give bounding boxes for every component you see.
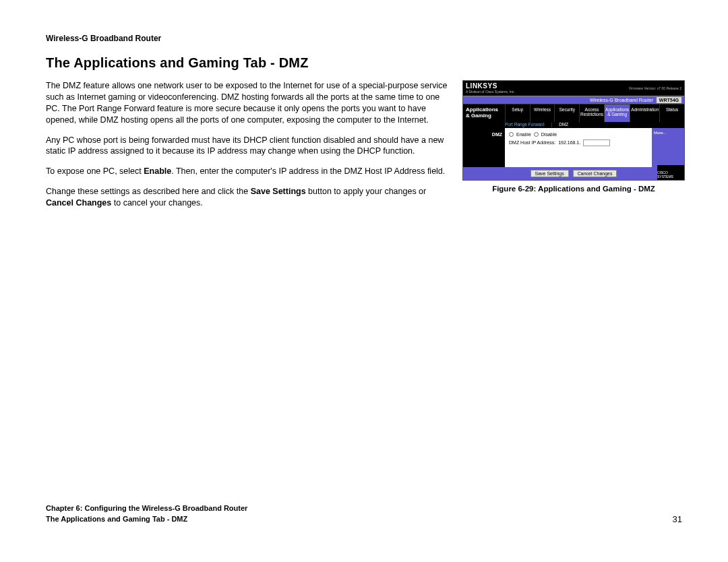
p4-bold-cancel: Cancel Changes xyxy=(46,198,111,208)
product-header: Wireless-G Broadband Router xyxy=(46,34,682,43)
footer-left: Chapter 6: Configuring the Wireless-G Br… xyxy=(46,503,247,524)
p4-bold-save: Save Settings xyxy=(251,187,306,196)
more-link[interactable]: More... xyxy=(654,131,667,135)
paragraph-3: To expose one PC, select Enable. Then, e… xyxy=(46,166,450,177)
button-row: Save Settings Cancel Changes xyxy=(463,167,684,180)
cisco-badge: CISCO SYSTEMS xyxy=(657,165,684,180)
linksys-logo: LINKSYS xyxy=(466,83,515,90)
document-page: Wireless-G Broadband Router The Applicat… xyxy=(0,0,728,562)
body-side-label: DMZ xyxy=(463,128,505,167)
cancel-changes-button[interactable]: Cancel Changes xyxy=(573,170,617,177)
save-settings-button[interactable]: Save Settings xyxy=(530,170,569,177)
footer-section: The Applications and Gaming Tab - DMZ xyxy=(46,514,247,524)
tab-status[interactable]: Status xyxy=(659,104,684,122)
paragraph-1: The DMZ feature allows one network user … xyxy=(46,80,450,126)
radio-disable[interactable] xyxy=(534,132,539,137)
tab-wireless[interactable]: Wireless xyxy=(530,104,555,122)
enable-disable-row: Enable Disable xyxy=(509,132,648,137)
p4-part-e: to cancel your changes. xyxy=(111,198,203,208)
tab-access-restrictions[interactable]: Access Restrictions xyxy=(579,104,604,122)
p3-bold-enable: Enable xyxy=(144,166,171,176)
p3-part-c: . Then, enter the computer's IP address … xyxy=(171,166,445,176)
tab-bar: Applications & Gaming Setup Wireless Sec… xyxy=(463,104,684,122)
footer-chapter: Chapter 6: Configuring the Wireless-G Br… xyxy=(46,503,247,513)
content-row: The DMZ feature allows one network user … xyxy=(46,80,682,218)
dmz-host-row: DMZ Host IP Address: 192.168.1. xyxy=(509,139,648,146)
dmz-host-input[interactable] xyxy=(583,139,610,146)
model-title: Wireless-G Broadband Router xyxy=(590,98,653,102)
paragraph-4: Change these settings as described here … xyxy=(46,186,450,209)
tab-sidelabel: Applications & Gaming xyxy=(463,104,505,122)
page-footer: Chapter 6: Configuring the Wireless-G Br… xyxy=(46,503,682,524)
p4-part-a: Change these settings as described here … xyxy=(46,187,251,196)
p4-part-c: button to apply your changes or xyxy=(306,187,427,196)
tab-security[interactable]: Security xyxy=(554,104,579,122)
router-body: DMZ Enable Disable DMZ Host IP Address: … xyxy=(463,128,684,167)
figure-column: LINKSYS A Division of Cisco Systems, Inc… xyxy=(462,80,685,218)
figure-caption: Figure 6-29: Applications and Gaming - D… xyxy=(462,185,685,193)
section-title: The Applications and Gaming Tab - DMZ xyxy=(46,55,682,71)
text-column: The DMZ feature allows one network user … xyxy=(46,80,450,218)
firmware-label: Firmware Version: v7.00 Release 2 xyxy=(629,86,681,90)
body-main: Enable Disable DMZ Host IP Address: 192.… xyxy=(505,128,652,167)
label-disable: Disable xyxy=(541,132,557,137)
tabs: Setup Wireless Security Access Restricti… xyxy=(505,104,684,122)
router-topbar: LINKSYS A Division of Cisco Systems, Inc… xyxy=(463,81,684,96)
linksys-sublogo: A Division of Cisco Systems, Inc. xyxy=(466,90,515,94)
tab-setup[interactable]: Setup xyxy=(505,104,530,122)
radio-enable[interactable] xyxy=(509,132,514,137)
subtab-port-range-forward[interactable]: Port Range Forward xyxy=(505,122,545,127)
router-ui-screenshot: LINKSYS A Division of Cisco Systems, Inc… xyxy=(462,80,685,181)
paragraph-2: Any PC whose port is being forwarded mus… xyxy=(46,135,450,158)
subtab-separator: | xyxy=(551,122,553,127)
router-logo-block: LINKSYS A Division of Cisco Systems, Inc… xyxy=(466,83,515,94)
page-number: 31 xyxy=(673,514,682,524)
p3-part-a: To expose one PC, select xyxy=(46,166,144,176)
subtab-row: Port Range Forward | DMZ xyxy=(463,122,684,128)
tab-administration[interactable]: Administration xyxy=(630,104,659,122)
dmz-host-prefix: 192.168.1. xyxy=(558,140,580,145)
body-help-side: More... xyxy=(652,128,684,167)
dmz-host-label: DMZ Host IP Address: xyxy=(509,140,555,145)
model-number: WRT54G xyxy=(657,97,681,103)
tab-applications-gaming[interactable]: Applications & Gaming xyxy=(604,104,630,122)
label-enable: Enable xyxy=(516,132,531,137)
subtab-dmz[interactable]: DMZ xyxy=(559,122,568,127)
router-footer-wrap: Save Settings Cancel Changes CISCO SYSTE… xyxy=(463,167,684,180)
model-bar: Wireless-G Broadband Router WRT54G xyxy=(463,96,684,104)
